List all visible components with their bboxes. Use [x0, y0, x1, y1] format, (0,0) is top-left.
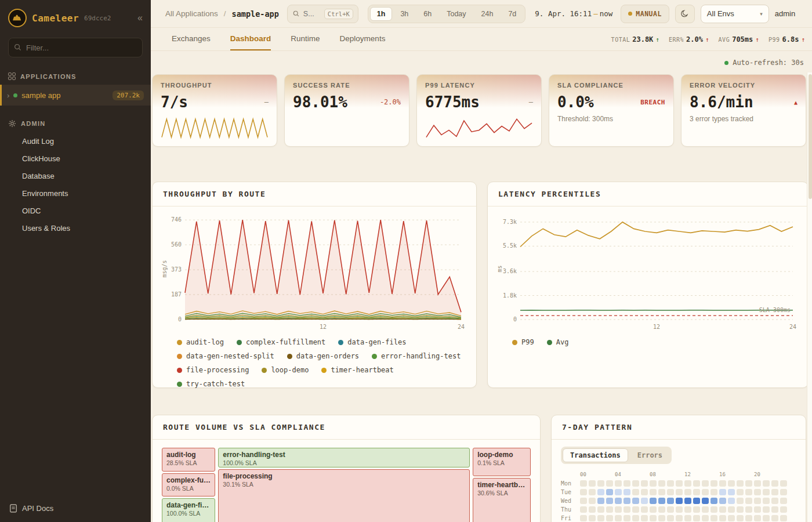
svg-text:373: 373	[171, 266, 182, 273]
sidebar-item-oidc[interactable]: OIDC	[0, 202, 151, 219]
time-range-24h[interactable]: 24h	[474, 7, 501, 21]
treemap-cell-timer-heartbeat[interactable]: timer-heartbeat30.6% SLA	[473, 478, 531, 522]
treemap-cell-name: audit-log	[166, 451, 211, 459]
sidebar-collapse-icon[interactable]: «	[137, 13, 143, 23]
sidebar-item-environments[interactable]: Environments	[0, 184, 151, 202]
legend-dot-icon	[547, 340, 552, 345]
scrollbar[interactable]	[807, 72, 812, 522]
auto-refresh-indicator[interactable]: Auto-refresh: 30s	[152, 51, 806, 74]
legend-label: complex-fulfillment	[246, 338, 325, 346]
tab-dashboard[interactable]: Dashboard	[230, 28, 271, 50]
time-range-7d[interactable]: 7d	[501, 7, 523, 21]
toggle-transactions[interactable]: Transactions	[563, 448, 628, 462]
search-input[interactable]	[303, 10, 321, 18]
theme-toggle-button[interactable]	[675, 5, 695, 23]
api-docs-label: API Docs	[22, 504, 53, 513]
sidebar-item-audit-log[interactable]: Audit Log	[0, 132, 151, 150]
heatmap-cell	[641, 489, 648, 495]
app-count-badge: 207.2k	[113, 90, 144, 100]
global-search[interactable]: Ctrl+K	[287, 5, 358, 23]
kpi-card-throughput: THROUGHPUT 7/s–	[152, 74, 277, 147]
heatmap-hour-label	[667, 472, 674, 478]
user-menu[interactable]: admin	[775, 9, 795, 18]
sidebar-item-database[interactable]: Database	[0, 167, 151, 184]
scrollbar-thumb[interactable]	[809, 74, 812, 199]
kpi-subtext: 3 error types tracked	[690, 115, 798, 123]
api-docs-link[interactable]: API Docs	[0, 495, 151, 522]
legend-item-try-catch-test[interactable]: try-catch-test	[177, 380, 245, 388]
search-shortcut-kbd: Ctrl+K	[324, 9, 353, 19]
legend-item-P99[interactable]: P99	[512, 338, 534, 346]
treemap-cell-complex-fulfil…[interactable]: complex-fulfil…0.0% SLA	[162, 473, 215, 496]
sidebar-item-sample-app[interactable]: › sample app 207.2k	[0, 85, 151, 106]
tab-exchanges[interactable]: Exchanges	[172, 28, 211, 50]
time-range-3h[interactable]: 3h	[393, 7, 415, 21]
treemap-cell-loop-demo[interactable]: loop-demo0.1% SLA	[473, 448, 531, 476]
heatmap-cell	[702, 480, 709, 487]
brand-suffix: 69dcce2	[84, 14, 111, 22]
legend-item-loop-demo[interactable]: loop-demo	[262, 366, 309, 374]
throughput-sparkline	[161, 117, 269, 139]
heatmap-cell	[580, 506, 587, 513]
tab-deployments[interactable]: Deployments	[340, 28, 386, 50]
treemap-cell-error-handling-test[interactable]: error-handling-test100.0% SLA	[218, 448, 470, 467]
legend-item-error-handling-test[interactable]: error-handling-test	[372, 352, 461, 360]
legend-item-data-gen-orders[interactable]: data-gen-orders	[287, 352, 359, 360]
heatmap-cell	[667, 480, 674, 487]
filter-input[interactable]	[8, 38, 143, 57]
time-range-6h[interactable]: 6h	[416, 7, 438, 21]
tab-runtime[interactable]: Runtime	[291, 28, 320, 50]
applications-icon	[8, 72, 16, 80]
svg-text:ms: ms	[496, 265, 503, 272]
heatmap-cell	[606, 480, 613, 487]
breadcrumb-root[interactable]: All Applications	[165, 9, 218, 18]
heatmap-cell	[615, 498, 622, 504]
heatmap-hour-label	[641, 472, 648, 478]
legend-item-timer-heartbeat[interactable]: timer-heartbeat	[321, 366, 393, 374]
heatmap-cell	[693, 480, 700, 487]
latency-percentiles-card: LATENCY PERCENTILES 01.8k3.6k5.5k7.3k122…	[487, 182, 809, 388]
chart-title: LATENCY PERCENTILES	[488, 182, 808, 206]
heatmap-hour-label	[606, 472, 613, 478]
heatmap-cell	[615, 480, 622, 487]
heatmap-cell	[719, 506, 726, 513]
legend-item-complex-fulfillment[interactable]: complex-fulfillment	[237, 338, 325, 346]
heatmap-cell	[580, 480, 587, 487]
heatmap-cell	[580, 489, 587, 495]
heatmap-cell	[745, 489, 752, 495]
svg-text:SLA 300ms: SLA 300ms	[759, 307, 791, 313]
heatmap-cell	[684, 480, 691, 487]
heatmap-day-label: Thu	[561, 506, 578, 513]
time-range-1h[interactable]: 1h	[370, 7, 393, 21]
heatmap-hour-label	[589, 472, 596, 478]
sidebar-item-users-roles[interactable]: Users & Roles	[0, 219, 151, 237]
legend-item-Avg[interactable]: Avg	[547, 338, 569, 346]
manual-refresh-button[interactable]: MANUAL	[621, 5, 669, 23]
heatmap-cell	[650, 506, 657, 513]
range-dash: —	[592, 9, 600, 18]
legend-item-audit-log[interactable]: audit-log	[177, 338, 224, 346]
date-range-display[interactable]: 9. Apr. 16:11—now	[535, 9, 612, 18]
time-range-today[interactable]: Today	[440, 7, 473, 21]
legend-item-file-processing[interactable]: file-processing	[177, 366, 249, 374]
toggle-errors[interactable]: Errors	[630, 448, 670, 462]
heatmap-cell	[676, 506, 683, 513]
treemap-cell-file-processing[interactable]: file-processing30.1% SLA	[218, 469, 470, 522]
heatmap-cell	[728, 515, 735, 521]
treemap-cell-audit-log[interactable]: audit-log28.5% SLA	[162, 448, 215, 472]
sidebar-item-clickhouse[interactable]: ClickHouse	[0, 150, 151, 167]
svg-text:187: 187	[171, 291, 182, 298]
legend-item-data-gen-files[interactable]: data-gen-files	[338, 338, 406, 346]
heatmap-cell	[589, 515, 596, 521]
heatmap-cell	[745, 506, 752, 513]
heatmap-cell	[771, 506, 778, 513]
kpi-row: THROUGHPUT 7/s– SUCCESS RATE 98.01%-2.0%…	[152, 74, 806, 147]
treemap-cell-data-gen-files[interactable]: data-gen-files100.0% SLA	[162, 498, 215, 522]
heatmap-cell	[589, 480, 596, 487]
legend-dot-icon	[512, 340, 517, 345]
legend-item-data-gen-nested-split[interactable]: data-gen-nested-split	[177, 352, 274, 360]
trend-up-icon: ↑	[655, 36, 659, 44]
heatmap-cell	[632, 515, 639, 521]
env-selector[interactable]: All Envs ▾	[701, 5, 769, 23]
treemap-cell-name: file-processing	[223, 472, 465, 480]
